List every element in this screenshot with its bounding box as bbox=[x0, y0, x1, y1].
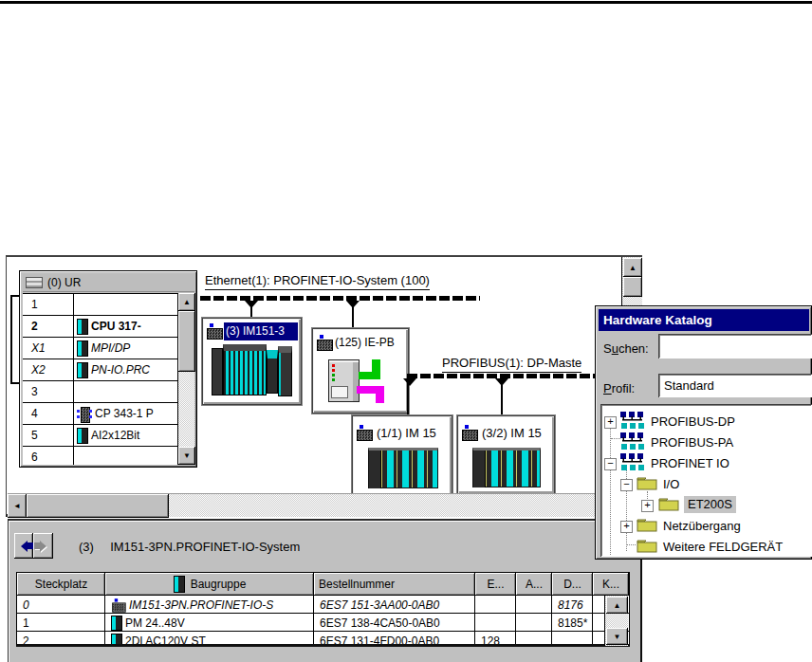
profibus-bus-label[interactable]: PROFIBUS(1): DP-Maste bbox=[442, 356, 581, 373]
rack-scrollbar[interactable]: ▲ ▼ bbox=[177, 293, 194, 465]
tree-item-io[interactable]: I/O bbox=[663, 477, 679, 491]
table-row-0[interactable]: 0 IM151-3PN.PROFINET-IO-S 6ES7 151-3AA00… bbox=[17, 596, 629, 614]
table-row-1[interactable]: 1 PM 24..48V 6ES7 138-4CA50-0AB0 8185* bbox=[17, 614, 629, 632]
tree-item-profibus-dp[interactable]: PROFIBUS-DP bbox=[651, 414, 735, 429]
green-cable bbox=[359, 372, 373, 379]
module-icon bbox=[174, 576, 185, 593]
navigate-forward-button[interactable] bbox=[33, 533, 53, 559]
folder-icon bbox=[637, 539, 657, 553]
header-a-adresse[interactable]: A... bbox=[516, 573, 552, 596]
header-e-adresse[interactable]: E... bbox=[475, 573, 516, 596]
rack-row-1[interactable]: 1 bbox=[23, 294, 177, 316]
navigate-back-button[interactable] bbox=[14, 533, 33, 559]
device-box-im15-1[interactable]: (1/1) IM 15 bbox=[352, 415, 452, 496]
device-box-im15-2[interactable]: (3/2) IM 15 bbox=[457, 415, 555, 494]
rack-slot-table: 1 2 CPU 317- X1 MPI/DP X2 PN-IO.PRC 3 bbox=[23, 293, 177, 465]
detail-station-label: (3) IM151-3PN.PROFINET-IO-System bbox=[79, 540, 300, 554]
network-icon bbox=[620, 432, 645, 450]
tree-expand-netzuebergang[interactable]: + bbox=[620, 521, 633, 533]
pane-scroll-up-button[interactable]: ▲ bbox=[623, 258, 642, 277]
tree-expand-profinet-io[interactable]: − bbox=[604, 458, 617, 470]
device-label: (1/1) IM 15 bbox=[377, 426, 436, 440]
ethernet-bus-label[interactable]: Ethernet(1): PROFINET-IO-System (100) bbox=[205, 273, 430, 290]
rack-row-x2[interactable]: X2 PN-IO.PRC bbox=[23, 359, 177, 381]
bus-tap-triangle bbox=[403, 378, 416, 386]
device-label: (3/2) IM 15 bbox=[482, 426, 542, 440]
pane-vscroll-thumb[interactable] bbox=[623, 277, 642, 297]
tree-expand-et200s[interactable]: + bbox=[641, 500, 654, 512]
rack-row-x1[interactable]: X1 MPI/DP bbox=[23, 338, 177, 359]
slot-number: 1 bbox=[23, 294, 74, 315]
slot-number: 2 bbox=[23, 316, 74, 337]
station-number: (3) bbox=[79, 540, 94, 554]
module-name: PN-IO.PRC bbox=[91, 363, 150, 377]
folder-icon bbox=[658, 497, 679, 511]
tree-expand-profibus-dp[interactable]: + bbox=[604, 416, 617, 429]
interface-module-icon bbox=[77, 362, 88, 378]
tree-expand-io[interactable]: − bbox=[620, 479, 633, 491]
catalog-tree: + PROFIBUS-DP PROFIBUS-PA − PROFINET IO … bbox=[600, 404, 812, 557]
folder-icon bbox=[637, 476, 657, 490]
tree-item-netzuebergang[interactable]: Netzübergang bbox=[663, 519, 741, 533]
header-steckplatz[interactable]: Steckplatz bbox=[17, 573, 105, 596]
rack-row-3[interactable]: 3 bbox=[23, 381, 177, 403]
header-d-adresse[interactable]: D... bbox=[552, 573, 593, 596]
catalog-title: Hardware Katalog bbox=[603, 313, 712, 327]
rack-row-5[interactable]: 5 AI2x12Bit bbox=[23, 425, 177, 447]
tree-line bbox=[611, 438, 620, 439]
slot-number: 3 bbox=[23, 381, 74, 402]
rack-scroll-down-button[interactable]: ▼ bbox=[178, 447, 195, 465]
station-window-graphic-pane: (0) UR 1 2 CPU 317- X1 MPI/DP X2 PN-IO bbox=[6, 255, 642, 517]
module-name: CPU 317- bbox=[91, 320, 141, 333]
rack-icon bbox=[26, 277, 43, 288]
station-detail-pane: (3) IM151-3PN.PROFINET-IO-System Steckpl… bbox=[8, 519, 642, 662]
module-icon bbox=[111, 616, 122, 631]
rack-title-bar[interactable]: (0) UR bbox=[23, 274, 194, 292]
iepb-link-image bbox=[313, 329, 410, 414]
tree-item-weitere-feldgeraete[interactable]: Weitere FELDGERÄT bbox=[663, 540, 783, 554]
up-arrow-icon: ▲ bbox=[183, 298, 191, 306]
header-baugruppe[interactable]: Baugruppe bbox=[105, 573, 314, 596]
table-row-2[interactable]: 2 2DI AC120V ST 6ES7 131-4FD00-0AB0 128 bbox=[17, 632, 629, 647]
network-icon bbox=[620, 453, 645, 470]
table-scroll-down-button[interactable]: ▼ bbox=[606, 628, 628, 645]
bus-tap-triangle bbox=[495, 378, 508, 386]
header-kommentar[interactable]: K... bbox=[593, 573, 629, 596]
device-label: (3) IM151-3 bbox=[224, 322, 298, 340]
rack-row-6[interactable]: 6 bbox=[23, 447, 177, 465]
rack-row-2[interactable]: 2 CPU 317- bbox=[23, 316, 177, 338]
cpu-module-icon bbox=[77, 319, 88, 335]
module-name: CP 343-1 P bbox=[95, 407, 154, 420]
rack-scroll-thumb[interactable] bbox=[178, 311, 195, 372]
folder-icon bbox=[637, 518, 657, 532]
header-bestellnummer[interactable]: Bestellnummer bbox=[314, 573, 475, 596]
slot-number: X2 bbox=[23, 359, 74, 380]
magenta-cable bbox=[376, 386, 384, 403]
hardware-catalog-window: Hardware Katalog Suchen: Profil: Standar… bbox=[595, 305, 812, 560]
ethernet-bus-line[interactable] bbox=[200, 296, 480, 301]
up-arrow-icon: ▲ bbox=[614, 601, 621, 610]
back-arrow-icon bbox=[15, 541, 33, 552]
left-arrow-icon: ◄ bbox=[13, 502, 21, 510]
rack-window[interactable]: (0) UR 1 2 CPU 317- X1 MPI/DP X2 PN-IO bbox=[19, 270, 197, 468]
device-box-iepb[interactable]: (125) IE-PB bbox=[312, 328, 409, 414]
module-name: AI2x12Bit bbox=[91, 429, 139, 442]
profile-dropdown[interactable]: Standard bbox=[658, 374, 812, 397]
tree-item-profinet-io[interactable]: PROFINET IO bbox=[651, 456, 729, 470]
im15-station-image bbox=[472, 448, 541, 487]
catalog-title-bar[interactable]: Hardware Katalog bbox=[599, 309, 809, 331]
rack-row-4[interactable]: 4 CP 343-1 P bbox=[23, 403, 177, 425]
rack-scroll-up-button[interactable]: ▲ bbox=[178, 293, 195, 311]
pane-horizontal-scrollbar[interactable]: ◄ bbox=[8, 493, 621, 517]
device-box-im151[interactable]: (3) IM151-3 bbox=[202, 318, 302, 405]
pane-hscroll-thumb[interactable] bbox=[27, 494, 169, 518]
tree-item-et200s-selected[interactable]: ET200S bbox=[684, 496, 736, 513]
tree-item-profibus-pa[interactable]: PROFIBUS-PA bbox=[651, 435, 733, 450]
search-input[interactable] bbox=[658, 334, 812, 359]
dp-slave-icon bbox=[462, 425, 477, 440]
pane-scroll-left-button[interactable]: ◄ bbox=[8, 494, 27, 518]
table-vertical-scrollbar[interactable]: ▲ ▼ bbox=[604, 596, 628, 646]
table-scroll-up-button[interactable]: ▲ bbox=[606, 597, 628, 614]
im15-station-image bbox=[368, 448, 438, 488]
slot-number: 6 bbox=[23, 447, 74, 465]
